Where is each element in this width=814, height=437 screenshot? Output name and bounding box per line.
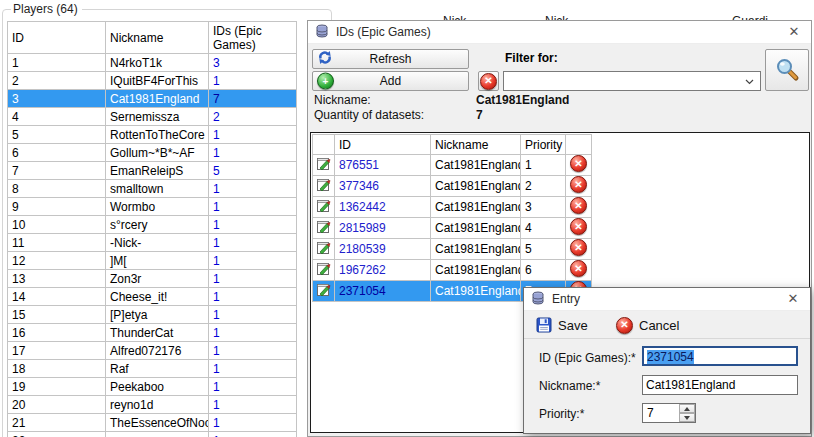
player-id: 20 xyxy=(8,396,106,414)
player-id: 8 xyxy=(8,180,106,198)
chevron-down-icon xyxy=(745,79,754,85)
player-row[interactable]: 20reyno1d1 xyxy=(8,396,297,414)
refresh-button-label: Refresh xyxy=(369,52,411,66)
delete-icon[interactable]: ✕ xyxy=(570,176,587,193)
priority-stepper[interactable]: 7 xyxy=(642,403,696,423)
player-row[interactable]: 6Gollum~*B*~AF1 xyxy=(8,144,297,162)
spinner-down-button[interactable] xyxy=(679,413,695,422)
edit-icon[interactable] xyxy=(316,240,331,255)
delete-icon[interactable]: ✕ xyxy=(570,218,587,235)
close-icon[interactable]: ✕ xyxy=(785,291,801,307)
add-button[interactable]: + Add xyxy=(312,71,469,91)
cancel-button[interactable]: ✕ Cancel xyxy=(612,314,683,336)
player-row[interactable]: 14Cheese_it!1 xyxy=(8,288,297,306)
epic-nickname: Cat1981England xyxy=(431,281,521,302)
edit-icon[interactable] xyxy=(316,261,331,276)
delete-icon[interactable]: ✕ xyxy=(570,155,587,172)
player-row[interactable]: 21TheEssenceOfNoob1 xyxy=(8,414,297,432)
delete-icon[interactable]: ✕ xyxy=(570,197,587,214)
epic-id-link[interactable]: 1362442 xyxy=(335,197,431,218)
edit-cell[interactable] xyxy=(313,239,335,260)
delete-cell[interactable]: ✕ xyxy=(566,239,592,260)
refresh-button[interactable]: Refresh xyxy=(312,49,469,69)
player-row[interactable]: 4Sernemissza2 xyxy=(8,108,297,126)
edit-cell[interactable] xyxy=(313,260,335,281)
delete-cell[interactable]: ✕ xyxy=(566,218,592,239)
entry-dialog-titlebar[interactable]: Entry ✕ xyxy=(524,288,810,311)
epic-id-row[interactable]: 377346Cat1981England2✕ xyxy=(313,176,592,197)
players-header-row: ID Nickname IDs (Epic Games) xyxy=(8,22,297,54)
player-row[interactable]: 5RottenToTheCore1 xyxy=(8,126,297,144)
filter-combobox[interactable] xyxy=(503,71,761,91)
edit-icon[interactable] xyxy=(316,177,331,192)
player-row[interactable]: 11-Nick-1 xyxy=(8,234,297,252)
ids-header-delete xyxy=(566,135,592,155)
save-icon-slot xyxy=(536,317,552,333)
entry-priority-label: Priority:* xyxy=(539,407,584,421)
epic-id-link[interactable]: 2180539 xyxy=(335,239,431,260)
epic-priority: 5 xyxy=(521,239,566,260)
epic-id-link[interactable]: 876551 xyxy=(335,155,431,176)
epic-id-link[interactable]: 2371054 xyxy=(335,281,431,302)
search-button[interactable] xyxy=(765,49,809,91)
entry-id-field[interactable]: 2371054 xyxy=(642,346,798,366)
player-epic-count: 3 xyxy=(209,54,297,72)
epic-id-row[interactable]: 2180539Cat1981England5✕ xyxy=(313,239,592,260)
refresh-icon-slot xyxy=(317,50,333,69)
epic-id-row[interactable]: 2815989Cat1981England4✕ xyxy=(313,218,592,239)
epic-id-row[interactable]: 1967262Cat1981England6✕ xyxy=(313,260,592,281)
player-row[interactable]: 10s°rcery1 xyxy=(8,216,297,234)
clear-filter-icon: ✕ xyxy=(480,73,497,90)
delete-icon[interactable]: ✕ xyxy=(570,239,587,256)
player-nickname: RottenToTheCore xyxy=(106,126,209,144)
player-epic-count: 1 xyxy=(209,360,297,378)
ids-dialog-titlebar[interactable]: IDs (Epic Games) ✕ xyxy=(308,21,811,44)
player-row[interactable]: 3Cat1981England7 xyxy=(8,90,297,108)
player-row[interactable]: 12]M[1 xyxy=(8,252,297,270)
epic-nickname: Cat1981England xyxy=(431,218,521,239)
ids-header-priority: Priority xyxy=(521,135,566,155)
player-row[interactable]: 15[P]etya1 xyxy=(8,306,297,324)
database-icon-slot xyxy=(531,291,545,308)
player-row[interactable]: 7EmanReleipS5 xyxy=(8,162,297,180)
edit-cell[interactable] xyxy=(313,176,335,197)
edit-icon[interactable] xyxy=(316,282,331,297)
player-row[interactable]: 2IQuitBF4ForThis1 xyxy=(8,72,297,90)
epic-id-row[interactable]: 1362442Cat1981England3✕ xyxy=(313,197,592,218)
edit-icon[interactable] xyxy=(316,219,331,234)
player-epic-count: 1 xyxy=(209,306,297,324)
player-row[interactable]: 17Alfred0721761 xyxy=(8,342,297,360)
player-row[interactable]: 13Zon3r1 xyxy=(8,270,297,288)
player-row[interactable]: 1N4rkoT1k3 xyxy=(8,54,297,72)
entry-nickname-field[interactable]: Cat1981England xyxy=(642,375,798,395)
delete-cell[interactable]: ✕ xyxy=(566,176,592,197)
delete-cell[interactable]: ✕ xyxy=(566,260,592,281)
epic-id-link[interactable]: 1967262 xyxy=(335,260,431,281)
save-button[interactable]: Save xyxy=(532,314,592,336)
edit-cell[interactable] xyxy=(313,281,335,302)
epic-id-row[interactable]: 876551Cat1981England1✕ xyxy=(313,155,592,176)
delete-icon[interactable]: ✕ xyxy=(570,260,587,277)
clear-filter-button[interactable]: ✕ xyxy=(478,71,499,91)
edit-cell[interactable] xyxy=(313,155,335,176)
epic-id-link[interactable]: 2815989 xyxy=(335,218,431,239)
player-row[interactable]: 16ThunderCat1 xyxy=(8,324,297,342)
edit-cell[interactable] xyxy=(313,197,335,218)
ids-table: ID Nickname Priority 876551Cat1981Englan… xyxy=(312,134,592,302)
close-icon[interactable]: ✕ xyxy=(786,24,802,40)
player-row[interactable]: 221 xyxy=(8,432,297,437)
player-row[interactable]: 18Raf1 xyxy=(8,360,297,378)
delete-cell[interactable]: ✕ xyxy=(566,155,592,176)
player-id: 14 xyxy=(8,288,106,306)
player-row[interactable]: 19Peekaboo1 xyxy=(8,378,297,396)
epic-id-link[interactable]: 377346 xyxy=(335,176,431,197)
spinner-up-button[interactable] xyxy=(679,404,695,413)
player-row[interactable]: 8smalltown1 xyxy=(8,180,297,198)
edit-icon[interactable] xyxy=(316,198,331,213)
ids-header-row: ID Nickname Priority xyxy=(313,135,592,155)
edit-icon[interactable] xyxy=(316,156,331,171)
entry-dialog-title: Entry xyxy=(552,292,580,306)
player-row[interactable]: 9Wormbo1 xyxy=(8,198,297,216)
delete-cell[interactable]: ✕ xyxy=(566,197,592,218)
edit-cell[interactable] xyxy=(313,218,335,239)
